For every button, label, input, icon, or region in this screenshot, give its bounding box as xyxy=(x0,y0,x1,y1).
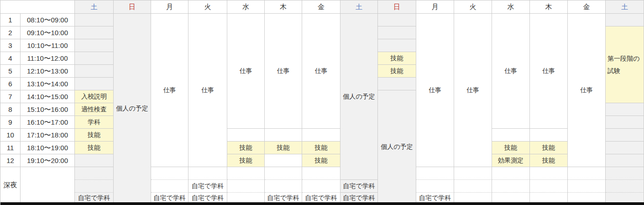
day-header: 火 xyxy=(454,0,492,14)
schedule-cell xyxy=(75,78,114,90)
schedule-cell xyxy=(416,167,454,180)
day-header: 月 xyxy=(151,0,188,14)
schedule-cell xyxy=(265,180,302,193)
period-time: 17:10〜18:00 xyxy=(21,129,75,142)
period-row-number: 6 xyxy=(0,78,21,90)
bottom-edge-bar xyxy=(0,202,644,205)
period-time: 13:10〜14:00 xyxy=(21,78,75,90)
period-time: 14:10〜15:00 xyxy=(21,90,75,103)
period-time: 12:10〜13:00 xyxy=(21,65,75,78)
schedule-cell xyxy=(606,14,644,26)
schedule-cell xyxy=(302,180,340,193)
schedule-cell xyxy=(75,26,114,39)
schedule-cell: 自宅で学科 xyxy=(340,180,378,193)
schedule-cell xyxy=(265,167,302,180)
schedule-cell: 仕事 xyxy=(227,14,265,129)
schedule-cell xyxy=(265,129,302,142)
schedule-cell xyxy=(227,167,265,180)
schedule-cell: 第一段階の試験 xyxy=(606,26,644,103)
schedule-cell: 仕事 xyxy=(530,14,568,129)
schedule-cell xyxy=(378,39,416,52)
schedule-cell: 仕事 xyxy=(492,14,530,129)
schedule-cell xyxy=(606,167,644,180)
period-row-number: 1 xyxy=(0,14,21,26)
period-row-number: 3 xyxy=(0,39,21,52)
period-row-number: 8 xyxy=(0,103,21,116)
schedule-cell xyxy=(302,167,340,180)
header-corner-cell xyxy=(0,0,75,14)
schedule-cell: 仕事 xyxy=(302,14,340,129)
schedule-cell xyxy=(265,154,302,167)
period-time: 11:10〜12:00 xyxy=(21,52,75,65)
schedule-cell: 適性検査 xyxy=(75,103,114,116)
period-time: 19:10〜20:00 xyxy=(21,154,75,167)
schedule-cell xyxy=(492,129,530,142)
schedule-cell: 技能 xyxy=(227,154,265,167)
schedule-cell xyxy=(568,180,606,193)
schedule-cell xyxy=(606,103,644,116)
schedule-cell: 入校説明 xyxy=(75,90,114,103)
schedule-cell xyxy=(151,167,188,180)
schedule-cell xyxy=(75,154,114,167)
schedule-cell: 仕事 xyxy=(454,14,492,167)
schedule-cell: 自宅で学科 xyxy=(265,193,302,203)
schedule-cell xyxy=(530,193,568,203)
schedule-cell xyxy=(188,167,227,180)
schedule-cell xyxy=(75,167,114,180)
period-row-number: 12 xyxy=(0,154,21,167)
schedule-cell: 技能 xyxy=(530,154,568,167)
schedule-cell: 個人の予定 xyxy=(340,14,378,180)
schedule-cell xyxy=(530,167,568,180)
schedule-cell: 仕事 xyxy=(416,14,454,167)
schedule-cell: 技能 xyxy=(378,52,416,65)
schedule-cell xyxy=(75,65,114,78)
schedule-cell: 技能 xyxy=(378,65,416,78)
period-row-number: 9 xyxy=(0,116,21,129)
schedule-cell: 技能 xyxy=(530,142,568,154)
day-header: 月 xyxy=(416,0,454,14)
schedule-cell xyxy=(75,14,114,26)
schedule-cell xyxy=(492,193,530,203)
period-row-number: 11 xyxy=(0,142,21,154)
day-header: 土 xyxy=(606,0,644,14)
late-night-label: 深夜 xyxy=(0,167,21,203)
day-header: 木 xyxy=(530,0,568,14)
period-row-number: 2 xyxy=(0,26,21,39)
schedule-cell: 技能 xyxy=(227,142,265,154)
schedule-cell xyxy=(606,116,644,129)
schedule-cell xyxy=(151,180,188,193)
day-header: 火 xyxy=(188,0,227,14)
schedule-cell xyxy=(606,129,644,142)
day-header: 日 xyxy=(378,0,416,14)
schedule-cell xyxy=(416,180,454,193)
schedule-board: 深夜 土日月火水木金土日月火水木金土108:10〜09:00209:10〜10:… xyxy=(0,0,644,205)
period-time: 10:10〜11:00 xyxy=(21,39,75,52)
day-header: 金 xyxy=(302,0,340,14)
schedule-cell xyxy=(568,193,606,203)
day-header: 木 xyxy=(265,0,302,14)
schedule-cell: 技能 xyxy=(265,142,302,154)
schedule-cell: 学科 xyxy=(75,116,114,129)
schedule-cell xyxy=(492,180,530,193)
schedule-cell: 技能 xyxy=(302,142,340,154)
schedule-cell xyxy=(75,39,114,52)
late-night-time-cell xyxy=(21,167,75,203)
period-row-number: 5 xyxy=(0,65,21,78)
period-time: 16:10〜17:00 xyxy=(21,116,75,129)
schedule-cell xyxy=(378,78,416,90)
schedule-cell: 個人の予定 xyxy=(378,90,416,203)
day-header: 日 xyxy=(114,0,151,14)
schedule-cell: 効果測定 xyxy=(492,154,530,167)
schedule-cell xyxy=(454,180,492,193)
schedule-grid: 深夜 土日月火水木金土日月火水木金土108:10〜09:00209:10〜10:… xyxy=(0,0,644,203)
schedule-cell xyxy=(454,167,492,180)
schedule-cell: 仕事 xyxy=(265,14,302,129)
schedule-cell xyxy=(227,193,265,203)
schedule-cell: 自宅で学科 xyxy=(188,180,227,193)
schedule-cell: 自宅で学科 xyxy=(302,193,340,203)
schedule-cell: 仕事 xyxy=(151,14,188,167)
schedule-cell: 仕事 xyxy=(188,14,227,167)
schedule-cell: 自宅で学科 xyxy=(416,193,454,203)
schedule-cell xyxy=(606,180,644,193)
schedule-cell xyxy=(454,193,492,203)
